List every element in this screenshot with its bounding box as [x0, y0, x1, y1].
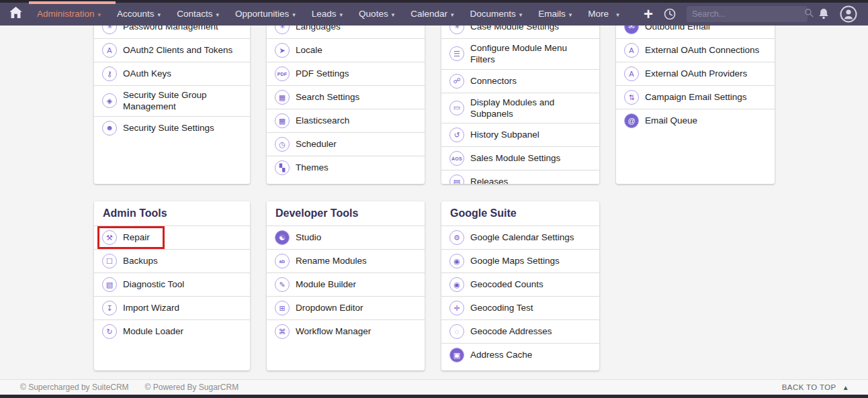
- search-icon[interactable]: [804, 8, 814, 20]
- admin-link-security-suite-settings[interactable]: ☻Security Suite Settings: [94, 116, 250, 140]
- nav-item-leads[interactable]: Leads▾: [304, 3, 351, 25]
- nav-item-label: Calendar: [410, 9, 447, 19]
- chevron-down-icon: ▾: [98, 10, 101, 18]
- navbar-right-cluster: +: [644, 5, 868, 23]
- admin-link-label: Import Wizard: [123, 299, 179, 317]
- admin-link-label: OAuth2 Clients and Tokens: [123, 41, 232, 59]
- admin-link-studio[interactable]: ☯Studio: [267, 226, 425, 249]
- history-icon: ↺: [449, 128, 464, 142]
- admin-link-email-queue[interactable]: @Email Queue: [616, 109, 775, 132]
- admin-link-label: Geocoded Counts: [470, 275, 544, 293]
- nav-item-label: Opportunities: [235, 9, 289, 19]
- nav-item-accounts[interactable]: Accounts▾: [109, 3, 169, 25]
- module-settings-panel: ✳Case Module Settings☰Configure Module M…: [441, 15, 599, 184]
- nav-item-documents[interactable]: Documents▾: [462, 3, 531, 25]
- admin-link-scheduler[interactable]: ◷Scheduler: [267, 132, 425, 156]
- admin-link-geocoding-test[interactable]: ✛Geocoding Test: [441, 296, 599, 319]
- chevron-down-icon: ▾: [519, 10, 523, 18]
- admin-link-label: Google Maps Settings: [470, 252, 560, 270]
- users-icon: ☻: [102, 121, 117, 136]
- chevron-down-icon: ▾: [216, 10, 219, 18]
- admin-link-sales-module-settings[interactable]: AOSSales Module Settings: [441, 146, 599, 170]
- admin-link-import-wizard[interactable]: ↧Import Wizard: [94, 296, 250, 319]
- admin-link-search-settings[interactable]: ▦Search Settings: [267, 85, 425, 109]
- chevron-down-icon: ▾: [158, 10, 161, 18]
- admin-panels-row1: ✳Password ManagementAOAuth2 Clients and …: [94, 26, 775, 184]
- admin-link-module-builder[interactable]: ✎Module Builder: [267, 272, 425, 296]
- admin-link-module-loader[interactable]: ↻Module Loader: [94, 319, 250, 343]
- import-arrow-icon: ↧: [102, 301, 117, 315]
- map-pin-icon: ◉: [449, 254, 464, 268]
- nav-item-calendar[interactable]: Calendar▾: [402, 3, 462, 25]
- admin-link-label: Geocode Addresses: [470, 322, 552, 340]
- admin-link-label: Diagnostic Tool: [123, 275, 184, 293]
- search-input[interactable]: [692, 9, 800, 19]
- admin-link-display-modules-and-subpanels[interactable]: ▭Display Modules and Subpanels: [441, 93, 599, 123]
- footer-credits: © Supercharged by SuiteCRM © Powered By …: [20, 383, 238, 392]
- admin-link-dropdown-editor[interactable]: ⊞Dropdown Editor: [267, 296, 425, 319]
- admin-link-campaign-email-settings[interactable]: ⇅Campaign Email Settings: [616, 85, 775, 109]
- nav-item-opportunities[interactable]: Opportunities▾: [227, 3, 304, 25]
- nav-item-quotes[interactable]: Quotes▾: [351, 3, 402, 25]
- palette-icon: ☯: [275, 230, 290, 245]
- back-to-top-button[interactable]: BACK TO TOP ▲: [782, 383, 849, 391]
- user-avatar[interactable]: [840, 5, 857, 23]
- admin-link-rename-modules[interactable]: abRename Modules: [267, 249, 425, 272]
- admin-link-label: Rename Modules: [296, 252, 367, 270]
- admin-link-label: Geocoding Test: [470, 299, 533, 317]
- nav-item-administration[interactable]: Administration▾: [29, 3, 109, 25]
- crosshair-icon: ✛: [449, 301, 464, 315]
- nav-item-label: Emails: [538, 9, 566, 19]
- admin-link-locale[interactable]: ➤Locale: [267, 38, 425, 62]
- admin-link-label: Security Suite Settings: [123, 119, 214, 137]
- admin-link-workflow-manager[interactable]: ⌘Workflow Manager: [267, 319, 425, 343]
- map-pin-icon: ◉: [449, 277, 464, 292]
- admin-link-label: Locale: [296, 41, 322, 59]
- admin-link-geocode-addresses[interactable]: ◌Geocode Addresses: [441, 319, 599, 343]
- admin-link-history-subpanel[interactable]: ↺History Subpanel: [441, 123, 599, 146]
- admin-link-oauth2-clients-and-tokens[interactable]: AOAuth2 Clients and Tokens: [94, 38, 250, 62]
- admin-link-oauth-keys[interactable]: ⚷OAuth Keys: [94, 62, 250, 85]
- nav-item-contacts[interactable]: Contacts▾: [169, 3, 227, 25]
- admin-link-label: Elasticsearch: [296, 111, 349, 130]
- admin-link-repair[interactable]: ⚒Repair: [94, 226, 250, 249]
- admin-link-label: Workflow Manager: [296, 322, 371, 340]
- admin-link-diagnostic-tool[interactable]: ▧Diagnostic Tool: [94, 272, 250, 296]
- key-icon: ⚷: [102, 66, 117, 81]
- dotted-circle-icon: ◌: [449, 324, 464, 339]
- home-button[interactable]: [9, 7, 22, 21]
- admin-panels-row2: Admin Tools⚒Repair☐Backups▧Diagnostic To…: [94, 201, 775, 370]
- aos-badge-icon: AOS: [449, 151, 464, 166]
- admin-link-backups[interactable]: ☐Backups: [94, 249, 250, 272]
- nav-item-label: Administration: [37, 9, 95, 19]
- admin-link-google-maps-settings[interactable]: ◉Google Maps Settings: [441, 249, 599, 272]
- admin-link-pdf-settings[interactable]: PDFPDF Settings: [267, 62, 425, 85]
- notifications-bell-icon[interactable]: [818, 7, 830, 20]
- recently-viewed-icon[interactable]: [663, 7, 677, 21]
- admin-link-google-calendar-settings[interactable]: ⚙Google Calendar Settings: [441, 226, 599, 249]
- box-icon: ☐: [102, 254, 117, 268]
- grid-search-icon: ▦: [275, 113, 290, 128]
- grid-search-icon: ▦: [275, 90, 290, 105]
- security-panel: ✳Password ManagementAOAuth2 Clients and …: [94, 15, 250, 184]
- admin-link-external-oauth-providers[interactable]: AExternal OAuth Providers: [616, 62, 775, 85]
- nav-item-emails[interactable]: Emails▾: [530, 3, 580, 25]
- quick-create-button[interactable]: +: [644, 6, 653, 22]
- admin-link-configure-module-menu-filters[interactable]: ☰Configure Module Menu Filters: [441, 38, 599, 69]
- admin-link-label: Dropdown Editor: [296, 299, 363, 317]
- admin-link-geocoded-counts[interactable]: ◉Geocoded Counts: [441, 272, 599, 296]
- admin-link-releases[interactable]: ▤Releases: [441, 170, 599, 184]
- admin-link-address-cache[interactable]: ▣Address Cache: [441, 343, 599, 366]
- loader-circle-icon: ↻: [102, 324, 117, 339]
- admin-link-security-suite-group-management[interactable]: ◈Security Suite Group Management: [94, 85, 250, 116]
- monitor-icon: ▭: [449, 101, 464, 115]
- nav-item-label: Leads: [312, 9, 337, 19]
- admin-link-themes[interactable]: ▚Themes: [267, 156, 425, 179]
- developer-tools-panel: Developer Tools☯StudioabRename Modules✎M…: [267, 201, 425, 370]
- panel-title-google-suite: Google Suite: [441, 201, 599, 226]
- admin-link-external-oauth-connections[interactable]: AExternal OAuth Connections: [616, 38, 775, 62]
- nav-item-more[interactable]: More▾: [580, 3, 627, 25]
- admin-link-elasticsearch[interactable]: ▦Elasticsearch: [267, 109, 425, 132]
- admin-panels-area: ✳Password ManagementAOAuth2 Clients and …: [94, 26, 775, 370]
- admin-link-connectors[interactable]: ☍Connectors: [441, 69, 599, 93]
